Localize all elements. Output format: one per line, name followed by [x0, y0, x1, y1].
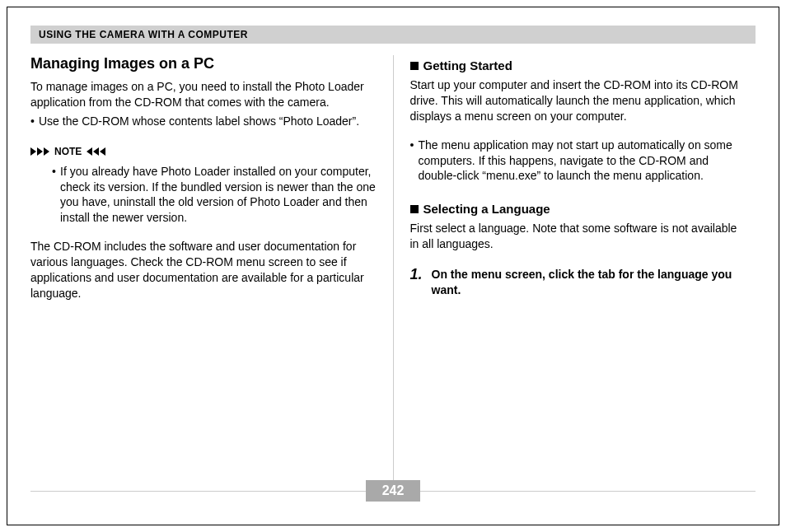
subheading-text: Getting Started — [423, 58, 512, 72]
subheading-text: Selecting a Language — [423, 202, 550, 216]
note-bullet-text: If you already have Photo Loader install… — [60, 164, 377, 226]
note-body: • If you already have Photo Loader insta… — [30, 164, 377, 226]
body-paragraph: Start up your computer and insert the CD… — [410, 77, 748, 124]
footer-line-left — [30, 491, 366, 492]
step-text: On the menu screen, click the tab for th… — [432, 267, 748, 298]
column-container: Managing Images on a PC To manage images… — [30, 55, 756, 483]
left-column: Managing Images on a PC To manage images… — [30, 55, 393, 483]
step-number: 1. — [410, 267, 432, 298]
page-title: Managing Images on a PC — [30, 55, 377, 72]
bullet-icon: • — [30, 114, 39, 129]
list-item: • If you already have Photo Loader insta… — [52, 164, 377, 226]
note-heading: NOTE — [30, 146, 377, 157]
bullet-text: The menu application may not start up au… — [419, 138, 748, 184]
section-header: USING THE CAMERA WITH A COMPUTER — [30, 26, 756, 44]
body-paragraph: The CD-ROM includes the software and use… — [30, 239, 377, 301]
bullet-icon: • — [52, 164, 60, 226]
square-bullet-icon — [410, 205, 419, 213]
page-frame: USING THE CAMERA WITH A COMPUTER Managin… — [7, 7, 779, 525]
right-column: Getting Started Start up your computer a… — [394, 55, 756, 483]
note-label: NOTE — [54, 146, 82, 157]
bullet-text: Use the CD-ROM whose contents label show… — [39, 114, 359, 129]
list-item: • Use the CD-ROM whose contents label sh… — [30, 114, 377, 129]
note-deco-left-icon — [30, 147, 49, 156]
subheading-getting-started: Getting Started — [410, 58, 748, 72]
page-footer: 242 — [30, 480, 756, 502]
step-item: 1. On the menu screen, click the tab for… — [410, 267, 748, 298]
square-bullet-icon — [410, 62, 419, 70]
page-number: 242 — [366, 480, 421, 502]
intro-paragraph: To manage images on a PC, you need to in… — [30, 79, 377, 110]
list-item: • The menu application may not start up … — [410, 138, 748, 184]
body-paragraph: First select a language. Note that some … — [410, 221, 748, 252]
note-deco-right-icon — [87, 147, 105, 156]
subheading-selecting-language: Selecting a Language — [410, 202, 748, 216]
bullet-icon: • — [410, 138, 419, 184]
footer-line-right — [420, 491, 756, 492]
